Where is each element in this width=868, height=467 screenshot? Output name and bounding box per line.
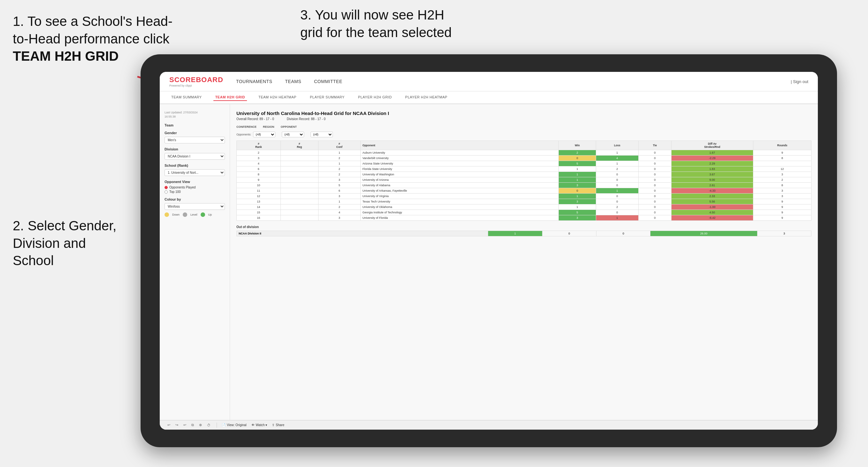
level-dot bbox=[183, 212, 187, 217]
cell-conf: 2 bbox=[318, 166, 360, 172]
cell-conf: 2 bbox=[318, 172, 360, 177]
out-div-loss: 0 bbox=[542, 231, 596, 237]
grid-area: University of North Carolina Head-to-Hea… bbox=[230, 104, 818, 420]
cell-rounds: 9 bbox=[753, 215, 811, 221]
cell-rounds bbox=[753, 161, 811, 166]
cell-diff: 1.67 bbox=[671, 150, 753, 156]
table-row: 14 2 University of Oklahoma 1 2 0 -1.00 … bbox=[237, 205, 811, 210]
table-row: 12 3 University of Virginia 1 0 0 2.33 3 bbox=[237, 193, 811, 199]
conference-select[interactable]: (All) bbox=[253, 132, 275, 137]
subnav-team-summary[interactable]: TEAM SUMMARY bbox=[169, 94, 204, 101]
opp-select[interactable]: (All) bbox=[311, 132, 333, 137]
nav-committee[interactable]: COMMITTEE bbox=[314, 79, 342, 84]
cell-rank: 14 bbox=[237, 205, 281, 210]
nav-teams[interactable]: TEAMS bbox=[285, 79, 301, 84]
table-row: 6 2 Florida State University 1 2 0 1.83 … bbox=[237, 166, 811, 172]
cell-diff: 1.83 bbox=[671, 166, 753, 172]
cell-reg bbox=[280, 177, 318, 183]
cell-win: 1 bbox=[559, 172, 596, 177]
out-div-win: 1 bbox=[488, 231, 542, 237]
col-rounds: Rounds bbox=[753, 141, 811, 150]
annotation-1: 1. To see a School's Head- to-Head perfo… bbox=[13, 13, 173, 65]
cell-loss: 2 bbox=[596, 205, 639, 210]
cell-opponent: Florida State University bbox=[360, 166, 559, 172]
cell-tie: 0 bbox=[639, 183, 671, 188]
division-label: Division bbox=[164, 147, 225, 151]
cell-tie: 0 bbox=[639, 188, 671, 193]
sub-nav: TEAM SUMMARY TEAM H2H GRID TEAM H2H HEAT… bbox=[160, 91, 818, 104]
subnav-player-summary[interactable]: PLAYER SUMMARY bbox=[308, 94, 347, 101]
copy-btn[interactable]: ⧉ bbox=[190, 422, 195, 428]
cell-rank: 10 bbox=[237, 183, 281, 188]
cell-rank: 6 bbox=[237, 166, 281, 172]
out-div-diff: 26.00 bbox=[650, 231, 757, 237]
cell-loss: 4 bbox=[596, 156, 639, 161]
cell-opponent: Texas Tech University bbox=[360, 199, 559, 205]
logo-area: SCOREBOARD Powered by clippi bbox=[169, 76, 223, 87]
cell-conf: 2 bbox=[318, 205, 360, 210]
watch-btn[interactable]: 👁 Watch ▾ bbox=[251, 423, 268, 427]
redo-btn[interactable]: ↪ bbox=[174, 422, 180, 428]
cell-loss: 0 bbox=[596, 210, 639, 215]
toolbar-divider bbox=[217, 423, 217, 428]
opponent-view-group: Opponents Played Top 100 bbox=[164, 186, 225, 193]
cell-tie: 0 bbox=[639, 161, 671, 166]
table-row: 8 2 University of Washington 1 0 0 3.67 … bbox=[237, 172, 811, 177]
cell-tie: 0 bbox=[639, 166, 671, 172]
bottom-toolbar: ↩ ↪ ↩ ⧉ ⊕ ⏱ 📄 View: Original 👁 Watch ▾ ⇪… bbox=[160, 420, 818, 430]
col-win: Win bbox=[559, 141, 596, 150]
filter-row: Conference Region Opponent bbox=[237, 125, 811, 128]
sidebar: Last Updated: 27/03/2024 16:55:38 Team G… bbox=[160, 104, 230, 420]
forward-btn[interactable]: ↩ bbox=[182, 422, 188, 428]
share-btn[interactable]: ⇪ Share bbox=[272, 423, 284, 427]
radio-top100[interactable]: Top 100 bbox=[164, 190, 225, 193]
division-select[interactable]: NCAA Division I bbox=[164, 153, 225, 160]
cell-rank: 2 bbox=[237, 150, 281, 156]
subnav-team-h2h-heatmap[interactable]: TEAM H2H HEATMAP bbox=[256, 94, 299, 101]
subnav-player-h2h-grid[interactable]: PLAYER H2H GRID bbox=[356, 94, 394, 101]
cell-reg bbox=[280, 210, 318, 215]
cell-loss: 1 bbox=[596, 150, 639, 156]
cell-win: 1 bbox=[559, 177, 596, 183]
conference-filter: Conference bbox=[237, 125, 256, 128]
gender-select[interactable]: Men's bbox=[164, 137, 225, 144]
cell-conf: 5 bbox=[318, 183, 360, 188]
cell-rounds: 9 bbox=[753, 150, 811, 156]
cell-rank: 9 bbox=[237, 177, 281, 183]
cell-conf: 1 bbox=[318, 161, 360, 166]
table-row: 9 3 University of Arizona 1 0 0 9.00 2 bbox=[237, 177, 811, 183]
table-row: 2 1 Auburn University 2 1 0 1.67 9 bbox=[237, 150, 811, 156]
radio-opponents-played[interactable]: Opponents Played bbox=[164, 186, 225, 189]
main-content: Last Updated: 27/03/2024 16:55:38 Team G… bbox=[160, 104, 818, 420]
sign-out[interactable]: | Sign out bbox=[791, 79, 808, 84]
cell-rounds: 3 bbox=[753, 172, 811, 177]
cell-win: 3 bbox=[559, 215, 596, 221]
table-row: 3 2 Vanderbilt University 0 4 0 -2.29 8 bbox=[237, 156, 811, 161]
view-original[interactable]: 📄 View: Original bbox=[222, 423, 247, 427]
colour-select[interactable]: Win/loss bbox=[164, 203, 225, 210]
col-reg: #Reg bbox=[280, 141, 318, 150]
tablet-screen: SCOREBOARD Powered by clippi TOURNAMENTS… bbox=[160, 72, 818, 430]
clock-btn[interactable]: ⏱ bbox=[206, 423, 212, 428]
region-select[interactable]: (All) bbox=[282, 132, 304, 137]
subnav-player-h2h-heatmap[interactable]: PLAYER H2H HEATMAP bbox=[403, 94, 449, 101]
col-loss: Loss bbox=[596, 141, 639, 150]
cell-reg bbox=[280, 166, 318, 172]
cell-rounds: 3 bbox=[753, 193, 811, 199]
region-filter: Region bbox=[263, 125, 274, 128]
cell-loss: 0 bbox=[596, 177, 639, 183]
cell-rank: 8 bbox=[237, 172, 281, 177]
cell-reg bbox=[280, 215, 318, 221]
cell-reg bbox=[280, 150, 318, 156]
nav-tournaments[interactable]: TOURNAMENTS bbox=[236, 79, 272, 84]
school-select[interactable]: 1. University of Nort... bbox=[164, 169, 225, 176]
col-rank: #Rank bbox=[237, 141, 281, 150]
add-btn[interactable]: ⊕ bbox=[198, 422, 203, 428]
cell-tie: 0 bbox=[639, 210, 671, 215]
h2h-table: #Rank #Reg #Conf Opponent Win Loss Tie D… bbox=[237, 141, 811, 221]
cell-rank: 11 bbox=[237, 188, 281, 193]
undo-btn[interactable]: ↩ bbox=[166, 422, 172, 428]
subnav-team-h2h-grid[interactable]: TEAM H2H GRID bbox=[213, 94, 247, 101]
cell-rounds: 8 bbox=[753, 183, 811, 188]
cell-rank: 3 bbox=[237, 156, 281, 161]
